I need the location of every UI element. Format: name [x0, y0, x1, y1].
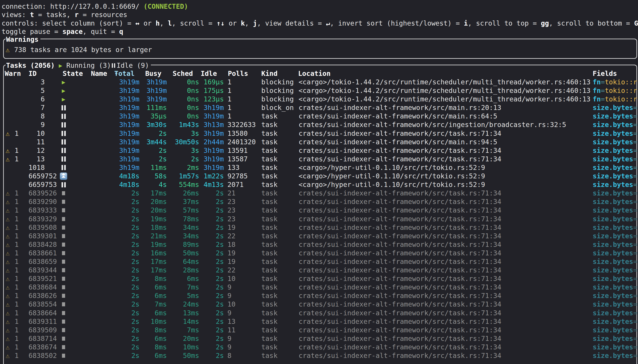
warn-count: [14, 172, 21, 180]
task-row[interactable]: 93h19m3m30s1m43s3h13m3322633taskcrates/s…: [4, 120, 636, 129]
task-row[interactable]: 83h19m35µs0ns3h19m1taskcrates/sui-indexe…: [4, 112, 636, 120]
task-row[interactable]: ⚠168393442s17ms28ms2s22taskcrates/sui-in…: [4, 266, 636, 274]
sched-duration: 30m50s: [168, 138, 199, 146]
idle-duration: 2s: [200, 309, 224, 317]
completed-icon: [62, 328, 65, 332]
field-name: size.bytes: [593, 215, 633, 223]
field-equals: =: [633, 155, 637, 163]
sched-value: 26ms: [183, 189, 199, 197]
total-value: 3h19m: [119, 146, 140, 154]
task-fields: size.bytes=: [593, 138, 638, 146]
text-segment: = tasks,: [34, 11, 75, 19]
column-header-busy[interactable]: Busy: [145, 69, 162, 78]
task-location: crates/sui-indexer-alt-framework/src/tas…: [298, 292, 592, 300]
task-row[interactable]: ⚠168386612s16ms50ms2s19taskcrates/sui-in…: [4, 249, 636, 258]
running-icon: ▶: [62, 95, 65, 104]
task-fields: size.bytes=: [593, 172, 638, 180]
busy-duration: 8ms: [141, 274, 167, 283]
task-row[interactable]: 113h19m3m44s30m50s2h44m2401320taskcrates…: [4, 138, 636, 146]
task-row[interactable]: 73h19m111ms0ns3h19m1block_oncrates/sui-i…: [4, 104, 636, 112]
task-kind: task: [261, 343, 298, 352]
task-row[interactable]: ⚠168393012s21ms34ms2s22taskcrates/sui-in…: [4, 232, 636, 240]
task-row[interactable]: 10183h19m11ms2ms3h19m133task<cargo>/hype…: [4, 163, 636, 172]
polls-count: 1: [228, 95, 261, 104]
task-row[interactable]: ⚠168395262s17ms26ms2s21taskcrates/sui-in…: [4, 189, 636, 198]
state-cell: [58, 189, 69, 198]
completed-icon: [62, 311, 65, 315]
idle-duration: 2s: [200, 352, 224, 360]
task-row[interactable]: ⚠168395082s18ms34ms2s19taskcrates/sui-in…: [4, 223, 636, 232]
sched-duration: 10ms: [168, 343, 199, 352]
task-row[interactable]: ⚠1 133h19m2s2s3h19m13587taskcrates/sui-i…: [4, 155, 636, 163]
task-kind: task: [261, 112, 298, 120]
pause-icon: [62, 148, 66, 153]
state-cell: [58, 334, 69, 343]
field-name: size.bytes: [593, 164, 633, 172]
task-row[interactable]: ⚠168385542s7ms24ms2s10taskcrates/sui-ind…: [4, 300, 636, 308]
task-id: 6839290: [28, 198, 60, 206]
column-header-fields[interactable]: Fields: [593, 69, 617, 78]
idle-value: 3h19m: [204, 112, 224, 120]
task-row[interactable]: 6▶3h19m3h19m0ns123µs1blocking<cargo>/tok…: [4, 95, 636, 104]
task-row[interactable]: ⚠168384282s19ms89ms2s18taskcrates/sui-in…: [4, 240, 636, 249]
total-value: 2s: [131, 249, 140, 257]
pause-icon: [62, 131, 66, 136]
task-row[interactable]: 66597534m18s4s554ms4m13s2071task<cargo>/…: [4, 180, 636, 189]
task-row[interactable]: ⚠168392902s20ms37ms2s23taskcrates/sui-in…: [4, 198, 636, 206]
warn-cell: ⚠: [6, 326, 13, 334]
task-row[interactable]: ⚠1 103h19m2s3s3h19m13580taskcrates/sui-i…: [4, 129, 636, 138]
task-row[interactable]: ⚠168386842s6ms7ms2s9taskcrates/sui-index…: [4, 283, 636, 292]
task-row[interactable]: ⚠168387142s6ms20ms2s9taskcrates/sui-inde…: [4, 334, 636, 343]
total-value: 3h19m: [119, 121, 140, 128]
task-row[interactable]: ⚠168386742s8ms10ms2s9taskcrates/sui-inde…: [4, 343, 636, 352]
total-value: 3h19m: [119, 138, 140, 146]
column-header-warn[interactable]: Warn: [5, 69, 21, 78]
sched-value: 7ms: [187, 326, 199, 334]
text-segment: i: [464, 19, 468, 27]
field-name: size.bytes: [593, 292, 633, 300]
sched-value: 13ms: [183, 309, 199, 317]
column-header-state[interactable]: State: [63, 69, 83, 78]
text-segment: ,: [245, 19, 253, 27]
column-header-id[interactable]: ID: [28, 69, 36, 78]
task-kind: task: [261, 146, 298, 155]
text-segment: = resources: [78, 11, 127, 19]
field-name: size.bytes: [593, 155, 633, 163]
busy-value: 17ms: [151, 258, 167, 266]
task-row[interactable]: ⚠168395092s8ms7ms2s11taskcrates/sui-inde…: [4, 326, 636, 334]
column-header-polls[interactable]: Polls: [228, 69, 248, 78]
task-row[interactable]: 66597524m18s58s1m57s1m22s92785task<cargo…: [4, 172, 636, 180]
field-equals: =: [633, 224, 637, 231]
warn-count: 1: [14, 240, 21, 249]
task-row[interactable]: 5▶3h19m3h19m0ns175µs1blocking<cargo>/tok…: [4, 86, 636, 95]
column-header-location[interactable]: Location: [298, 69, 331, 78]
task-row[interactable]: ⚠168393112s10ms14ms2s13taskcrates/sui-in…: [4, 317, 636, 326]
total-value: 3h19m: [119, 86, 140, 94]
column-header-name[interactable]: Name: [91, 69, 107, 78]
task-id: 6839329: [28, 215, 60, 223]
sched-value: 57ms: [183, 206, 199, 214]
polls-count: 18: [228, 240, 261, 249]
task-location: crates/sui-indexer-alt-framework/src/tas…: [298, 206, 592, 214]
task-row[interactable]: ⚠168385022s6ms50ms2s8taskcrates/sui-inde…: [4, 352, 636, 360]
field-name: size.bytes: [593, 130, 633, 137]
column-header-idle[interactable]: Idle: [201, 69, 217, 78]
task-row[interactable]: ⚠168386592s17ms64ms2s19taskcrates/sui-in…: [4, 258, 636, 266]
field-name: size.bytes: [593, 343, 633, 351]
task-row[interactable]: ⚠168386642s6ms13ms2s9taskcrates/sui-inde…: [4, 309, 636, 317]
idle-value: 2s: [216, 224, 224, 231]
task-row[interactable]: ⚠168395212s8ms6ms2s10taskcrates/sui-inde…: [4, 274, 636, 283]
column-header-sched[interactable]: Sched: [173, 69, 193, 78]
task-row[interactable]: ⚠168393292s19ms78ms2s23taskcrates/sui-in…: [4, 215, 636, 223]
connection-label: connection:: [2, 2, 50, 10]
warn-cell: [6, 86, 13, 95]
task-row[interactable]: ⚠1 123h19m2s3s3h19m13591taskcrates/sui-i…: [4, 146, 636, 155]
task-row[interactable]: 3▶3h19m3h19m0ns169µs1blocking<cargo>/tok…: [4, 78, 636, 86]
column-header-kind[interactable]: Kind: [261, 69, 278, 78]
idle-duration: 1m22s: [200, 172, 224, 180]
task-row[interactable]: ⚠168393332s20ms57ms2s23taskcrates/sui-in…: [4, 206, 636, 214]
task-fields: size.bytes=: [593, 120, 638, 129]
task-row[interactable]: ⚠168386262s6ms5ms2s9taskcrates/sui-index…: [4, 292, 636, 300]
idle-value: 2s: [216, 232, 224, 240]
task-fields: size.bytes=: [593, 146, 638, 155]
